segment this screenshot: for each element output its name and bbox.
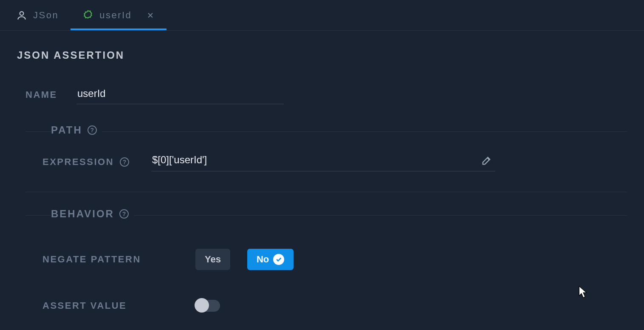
behavior-legend-label: BEHAVIOR: [51, 208, 114, 220]
svg-point-0: [20, 11, 24, 15]
section-title: JSON ASSERTION: [17, 49, 627, 61]
negate-yes-button[interactable]: Yes: [195, 249, 230, 270]
tab-bar: JSon userId: [0, 0, 644, 31]
assert-value-toggle[interactable]: [195, 300, 220, 312]
negate-no-button[interactable]: No: [247, 249, 294, 270]
help-icon[interactable]: ?: [120, 157, 129, 167]
close-icon[interactable]: [146, 11, 155, 20]
path-group: PATH ? EXPRESSION ?: [25, 131, 627, 192]
check-icon: [273, 254, 284, 265]
behavior-legend: BEHAVIOR ?: [51, 208, 134, 220]
behavior-group: BEHAVIOR ? NEGATE PATTERN Yes No ASSERT …: [25, 215, 627, 330]
edit-icon[interactable]: [478, 153, 495, 171]
tab-label: userId: [99, 10, 132, 21]
assert-value-label: ASSERT VALUE: [42, 300, 195, 311]
expression-label: EXPRESSION: [42, 156, 114, 168]
help-icon[interactable]: ?: [119, 209, 129, 219]
help-icon[interactable]: ?: [88, 125, 97, 135]
no-label: No: [257, 254, 269, 265]
tab-json[interactable]: JSon: [4, 0, 71, 30]
negate-label: NEGATE PATTERN: [42, 254, 195, 265]
negate-row: NEGATE PATTERN Yes No: [42, 249, 610, 270]
name-label: NAME: [25, 89, 76, 100]
user-icon: [16, 10, 27, 21]
yes-label: Yes: [205, 254, 221, 265]
name-row: NAME: [17, 85, 627, 104]
path-legend: PATH ?: [51, 124, 102, 136]
tab-label: JSon: [33, 10, 59, 21]
assert-value-row: ASSERT VALUE: [42, 300, 610, 312]
tab-userid[interactable]: userId: [71, 0, 167, 30]
expression-row: EXPRESSION ?: [42, 152, 610, 171]
path-legend-label: PATH: [51, 124, 82, 136]
panel-content: JSON ASSERTION NAME PATH ? EXPRESSION ?: [0, 31, 644, 330]
expression-input[interactable]: [151, 152, 478, 171]
name-input[interactable]: [76, 85, 284, 104]
badge-icon: [82, 10, 93, 21]
toggle-knob: [195, 298, 209, 313]
